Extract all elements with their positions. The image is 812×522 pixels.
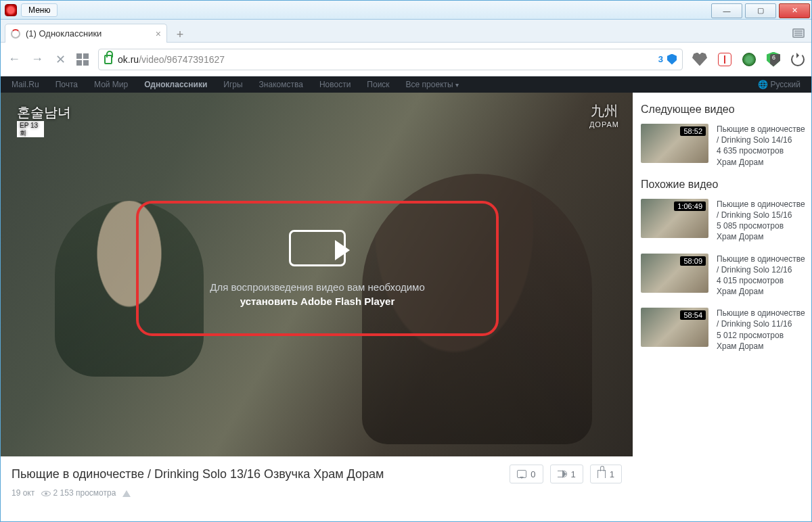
loading-spinner-icon <box>11 29 20 39</box>
back-button[interactable]: ← <box>7 53 21 66</box>
bookmark-extension-icon[interactable] <box>718 53 731 66</box>
video-thumbnail: 58:54 <box>641 308 708 347</box>
comment-icon <box>517 470 526 478</box>
tab-title: (1) Одноклассники <box>26 28 102 39</box>
browser-window: Меню — ▢ ✕ (1) Одноклассники × + ← → ✕ o… <box>0 0 812 522</box>
sidebar-similar-item[interactable]: 58:09 Пьющие в одиночестве/ Drinking Sol… <box>641 254 807 298</box>
topbar-link[interactable]: Знакомства <box>259 80 303 89</box>
video-item-info: Пьющие в одиночестве/ Drinking Solo 12/1… <box>717 254 807 298</box>
window-maximize-button[interactable]: ▢ <box>745 3 776 18</box>
video-meta-row: Пьющие в одиночестве / Drinking Solo 13/… <box>1 456 633 488</box>
extension-area <box>692 52 805 67</box>
address-bar[interactable]: ok.ru/video/96747391627 3 <box>98 49 683 70</box>
video-subinfo: 19 окт 2 153 просмотра <box>1 488 633 504</box>
topbar-link[interactable]: Все проекты ▾ <box>406 80 459 89</box>
share-icon <box>558 471 567 477</box>
topbar-link[interactable]: Mail.Ru <box>12 80 39 89</box>
video-item-info: Пьющие в одиночестве/ Drinking Solo 15/1… <box>717 199 807 243</box>
comments-button[interactable]: 0 <box>510 465 543 483</box>
lock-icon <box>104 55 112 64</box>
site-topbar: Mail.Ru Почта Мой Мир Одноклассники Игры… <box>1 76 811 93</box>
topbar-link[interactable]: Поиск <box>367 80 389 89</box>
overlay-text: Для воспроизведения видео вам необходимо <box>210 281 425 293</box>
site-badge-count: 3 <box>658 54 663 64</box>
eye-icon <box>41 491 51 496</box>
video-date: 19 окт <box>12 488 35 498</box>
window-minimize-button[interactable]: — <box>711 3 742 18</box>
channel-logo-right: 九州 ДОРАМ <box>589 102 619 128</box>
sidebar-similar-item[interactable]: 1:06:49 Пьющие в одиночестве/ Drinking S… <box>641 199 807 243</box>
sidebar-similar-item[interactable]: 58:54 Пьющие в одиночестве/ Drinking Sol… <box>641 308 807 352</box>
speed-dial-icon[interactable] <box>76 53 89 66</box>
sidebar-heading-next: Следующее видео <box>641 103 807 116</box>
menu-button[interactable]: Меню <box>21 3 58 17</box>
topbar-language[interactable]: 🌐 Русский <box>758 80 800 89</box>
install-flash-link[interactable]: установить Adobe Flash Player <box>240 295 395 307</box>
forward-button[interactable]: → <box>30 53 44 66</box>
video-views: 2 153 просмотра <box>53 488 116 498</box>
video-title: Пьющие в одиночестве / Drinking Solo 13/… <box>12 467 503 481</box>
duration-badge: 1:06:49 <box>674 201 706 211</box>
adblock-extension-icon[interactable] <box>767 52 780 67</box>
heart-icon[interactable] <box>692 53 707 66</box>
like-button[interactable]: 1 <box>590 465 622 483</box>
topbar-link-active[interactable]: Одноклассники <box>144 80 207 89</box>
reload-extension-icon[interactable] <box>791 53 805 66</box>
duration-badge: 58:09 <box>680 256 706 266</box>
report-icon[interactable] <box>122 486 131 497</box>
tab-strip: (1) Одноклассники × + <box>1 20 811 43</box>
sidebar-heading-similar: Похожие видео <box>641 179 807 191</box>
url-host: ok.ru <box>118 54 139 65</box>
window-titlebar: Меню — ▢ ✕ <box>1 1 811 20</box>
like-icon <box>597 470 606 478</box>
sidebar-next-item[interactable]: 58:52 Пьющие в одиночестве / Drinking So… <box>641 124 807 168</box>
video-thumbnail: 58:52 <box>641 124 708 163</box>
duration-badge: 58:54 <box>680 310 706 320</box>
tab-close-button[interactable]: × <box>156 28 161 39</box>
shield-icon[interactable] <box>667 54 677 65</box>
url-path: /video/96747391627 <box>139 54 225 65</box>
globe-extension-icon[interactable] <box>742 53 756 66</box>
navigation-toolbar: ← → ✕ ok.ru/video/96747391627 3 <box>1 43 811 76</box>
tab-menu-icon[interactable] <box>792 28 805 38</box>
browser-tab[interactable]: (1) Одноклассники × <box>5 24 167 43</box>
share-button[interactable]: 1 <box>550 465 583 483</box>
topbar-link[interactable]: Игры <box>223 80 242 89</box>
new-tab-button[interactable]: + <box>171 27 189 42</box>
video-thumbnail: 1:06:49 <box>641 199 708 238</box>
opera-logo-icon <box>5 4 17 16</box>
channel-logo-left: 혼술남녀 EP 13회 <box>17 105 71 137</box>
topbar-link[interactable]: Почта <box>55 80 78 89</box>
topbar-link[interactable]: Мой Мир <box>94 80 128 89</box>
video-sidebar: Следующее видео 58:52 Пьющие в одиночест… <box>633 93 811 521</box>
camera-icon <box>289 230 346 266</box>
duration-badge: 58:52 <box>680 126 706 136</box>
video-player[interactable]: 혼술남녀 EP 13회 九州 ДОРАМ Для воспроизведения… <box>1 93 633 456</box>
topbar-link[interactable]: Новости <box>319 80 351 89</box>
window-close-button[interactable]: ✕ <box>779 3 810 18</box>
stop-button[interactable]: ✕ <box>53 53 67 66</box>
flash-install-callout: Для воспроизведения видео вам необходимо… <box>136 201 499 336</box>
video-item-info: Пьющие в одиночестве / Drinking Solo 14/… <box>717 124 807 168</box>
video-item-info: Пьющие в одиночестве/ Drinking Solo 11/1… <box>717 308 807 352</box>
page-content: Mail.Ru Почта Мой Мир Одноклассники Игры… <box>1 76 811 521</box>
video-thumbnail: 58:09 <box>641 254 708 293</box>
